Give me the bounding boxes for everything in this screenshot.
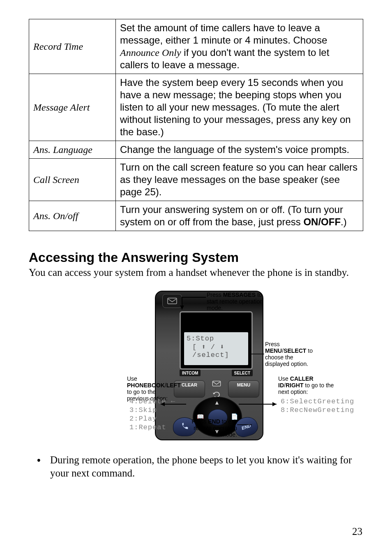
callout-end: Press END to exit remote operation mode. <box>180 418 237 438</box>
setting-label: Record Time <box>29 19 116 74</box>
table-row: Call ScreenTurn on the call screen featu… <box>29 159 363 201</box>
list-item: 8:RecNewGreeting <box>281 406 354 414</box>
setting-description: Turn on the call screen feature so you c… <box>116 159 363 201</box>
list-item: 1:Repeat <box>129 423 175 431</box>
list-item: 2:Play <box>129 415 175 423</box>
svg-rect-1 <box>212 381 220 386</box>
callout-menu: Press MENU/SELECT to choose the displaye… <box>265 341 314 367</box>
setting-label: Ans. Language <box>29 141 116 159</box>
list-item: 4:Delete ← <box>129 398 175 405</box>
list-item: 6:SelectGreeting <box>281 398 354 405</box>
setting-description: Change the language of the system's voic… <box>116 141 363 159</box>
page-number: 23 <box>352 526 362 537</box>
settings-table: Record TimeSet the amount of time caller… <box>29 19 363 231</box>
notes-list: During remote operation, the phone beeps… <box>29 454 363 480</box>
section-intro: You can access your system from a handse… <box>29 266 363 279</box>
table-row: Ans. On/offTurn your answering system on… <box>29 201 363 231</box>
softkey-right-label: SELECT <box>232 370 253 376</box>
table-row: Ans. LanguageChange the language of the … <box>29 141 363 159</box>
list-item: 3:Skip <box>129 406 175 414</box>
svg-rect-0 <box>168 298 177 304</box>
handset-diagram: 5:Stop [ ⬆ / ⬇ /select] INTCOM SELECT CL… <box>89 285 303 449</box>
setting-label: Call Screen <box>29 159 116 201</box>
dpad-up-icon: ▲ <box>214 399 220 406</box>
screen-line1: 5:Stop <box>187 335 246 342</box>
softkey-left-label: INTCOM <box>180 370 201 376</box>
setting-description: Turn your answering system on or off. (T… <box>116 201 363 231</box>
settings-tbody: Record TimeSet the amount of time caller… <box>29 19 363 231</box>
setting-description: Have the system beep every 15 seconds wh… <box>116 74 363 141</box>
section-heading: Accessing the Answering System <box>29 250 363 265</box>
callout-messages: Press MESSAGES to start remote operation… <box>207 292 272 311</box>
setting-label: Ans. On/off <box>29 201 116 231</box>
left-option-list: 4:Delete ←3:Skip2:Play1:Repeat <box>129 397 175 432</box>
screen-line2: [ ⬆ / ⬇ /select] <box>187 342 246 359</box>
setting-label: Message Alert <box>29 74 116 141</box>
callout-right: Use CALLER ID/RIGHT to go to the next op… <box>278 375 336 395</box>
messages-button-icon <box>162 294 182 308</box>
phone-screen: 5:Stop [ ⬆ / ⬇ /select] <box>180 311 253 370</box>
menu-button: MENU <box>228 380 259 398</box>
table-row: Record TimeSet the amount of time caller… <box>29 19 363 74</box>
right-option-list: 6:SelectGreeting8:RecNewGreeting <box>281 397 354 415</box>
note-bullet: During remote operation, the phone beeps… <box>50 454 363 480</box>
table-row: Message AlertHave the system beep every … <box>29 74 363 141</box>
message-icon <box>209 379 224 388</box>
setting-description: Set the amount of time callers have to l… <box>116 19 363 74</box>
